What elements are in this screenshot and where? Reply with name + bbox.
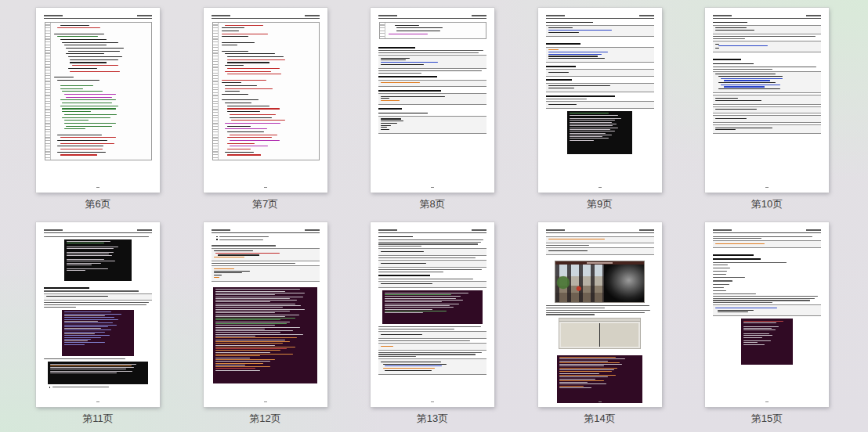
page-thumbnail[interactable]	[204, 222, 327, 407]
figure-panel-pair	[559, 318, 640, 349]
page-thumbnail[interactable]	[538, 222, 662, 407]
code-block	[546, 83, 654, 92]
heading-line	[713, 258, 761, 260]
paragraph-lines	[378, 70, 486, 74]
code-block	[546, 69, 654, 77]
window-titlebar	[555, 261, 644, 265]
line-number-gutter	[45, 23, 51, 160]
paragraph-lines	[378, 269, 486, 272]
page-thumbnail-cell: 第6页	[36, 8, 160, 211]
page-label: 第15页	[751, 412, 783, 425]
page-content	[713, 236, 821, 365]
spacer	[546, 351, 654, 353]
paragraph-lines	[713, 265, 821, 291]
code-block	[546, 25, 654, 37]
code-block	[713, 106, 821, 114]
paragraph-lines	[546, 99, 654, 99]
terminal-screenshot	[213, 287, 317, 383]
header-left-text	[212, 15, 230, 16]
paragraph-lines	[378, 352, 486, 358]
header-rule	[713, 232, 821, 233]
page-label: 第10页	[751, 198, 783, 211]
page-header	[44, 229, 152, 231]
code-block	[378, 281, 486, 289]
spacer	[713, 54, 821, 56]
header-rule	[44, 18, 152, 19]
page-number	[765, 401, 769, 403]
header-rule	[212, 232, 320, 233]
header-left-text	[713, 15, 732, 16]
page-header	[378, 15, 486, 16]
page-header	[378, 229, 486, 231]
heading-line	[713, 254, 754, 256]
code-block	[546, 101, 654, 109]
header-rule	[546, 232, 654, 233]
page-thumbnail[interactable]	[371, 8, 494, 193]
code-block	[378, 55, 486, 69]
page-label: 第8页	[419, 198, 445, 211]
page-number	[599, 187, 602, 189]
page-content	[378, 236, 486, 375]
terminal-screenshot	[62, 310, 134, 356]
page-thumbnail[interactable]	[705, 222, 829, 407]
heading-line	[378, 275, 430, 276]
page-thumbnail[interactable]	[204, 8, 327, 193]
code-block	[546, 236, 654, 244]
heading-line	[713, 63, 754, 65]
page-thumbnail-cell: 第8页	[371, 8, 494, 211]
code-block	[378, 116, 486, 134]
paragraph-lines	[546, 245, 654, 246]
paragraph-lines	[713, 293, 821, 294]
code-block	[378, 343, 486, 351]
heading-line	[546, 66, 577, 67]
paragraph-lines	[378, 50, 486, 53]
heading-line	[546, 43, 580, 45]
header-rule	[44, 232, 152, 233]
page-thumbnail-cell: 第12页	[204, 222, 327, 425]
header-rule	[378, 232, 486, 233]
code-block	[713, 41, 821, 52]
paragraph-lines	[212, 263, 320, 264]
header-right-text	[305, 15, 320, 16]
code-block	[378, 260, 486, 268]
code-block	[212, 265, 320, 281]
depth-map-image	[604, 265, 644, 302]
right-panel	[600, 323, 638, 347]
spacer	[44, 283, 152, 285]
terminal-screenshot	[382, 290, 482, 324]
bullet-dot	[49, 387, 51, 388]
code-block	[713, 25, 821, 34]
code-block	[546, 247, 654, 255]
spacer	[546, 38, 654, 41]
code-block	[378, 93, 486, 105]
page-content	[44, 236, 152, 388]
page-thumbnail[interactable]	[538, 8, 662, 193]
page-thumbnail[interactable]	[705, 8, 829, 193]
figure-photo-pair	[555, 261, 645, 303]
page-thumbnail-cell: 第11页	[36, 222, 160, 425]
page-thumbnail[interactable]	[371, 222, 494, 407]
paragraph-lines	[378, 279, 486, 279]
heading-line	[378, 113, 428, 114]
paragraph-lines	[713, 296, 821, 303]
paragraph-lines	[378, 326, 486, 329]
paragraph-lines	[378, 239, 486, 247]
code-block	[713, 95, 821, 104]
page-thumbnail[interactable]	[36, 8, 160, 193]
heading-line	[378, 236, 413, 238]
paragraph-lines	[378, 257, 486, 258]
page-header	[212, 229, 320, 231]
left-panel	[561, 323, 599, 347]
page-content	[212, 22, 320, 161]
page-label: 第12页	[249, 412, 280, 425]
code-block	[378, 358, 486, 374]
paragraph-lines	[546, 305, 654, 308]
header-left-text	[378, 229, 397, 231]
paragraph-lines	[212, 245, 320, 246]
terminal-screenshot	[48, 362, 147, 384]
page-number	[431, 187, 434, 189]
page-thumbnail[interactable]	[36, 222, 160, 407]
code-block	[713, 71, 821, 94]
header-rule	[546, 18, 654, 19]
paragraph-lines	[44, 290, 152, 291]
